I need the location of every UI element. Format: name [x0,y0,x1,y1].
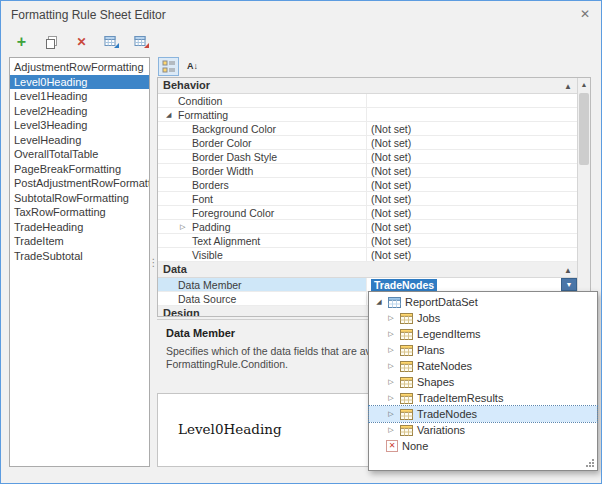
tree-node[interactable]: ▷ Jobs [369,310,597,326]
expander-icon[interactable]: ▷ [386,410,396,418]
rule-list-item[interactable]: TradeHeading [10,220,149,235]
property-row[interactable]: Borders (Not set) [158,178,577,192]
property-label: Padding [192,221,231,233]
property-value-cell[interactable]: (Not set) [367,234,577,247]
tree-node[interactable]: ▷ Shapes [369,374,597,390]
property-value: (Not set) [371,193,411,205]
data-member-editor[interactable]: TradeNodes ▼ [367,278,577,291]
tree-node[interactable]: ▷ RateNodes [369,358,597,374]
property-label: Formatting [178,109,228,121]
expander-icon[interactable]: ▷ [386,330,396,338]
data-member-dropdown-button[interactable]: ▼ [561,278,577,291]
rule-list-item[interactable]: PageBreakFormatting [10,162,149,177]
property-value-cell[interactable]: (Not set) [367,164,577,177]
property-value: (Not set) [371,151,411,163]
table-icon [400,329,413,340]
property-label: Borders [192,179,229,191]
delete-rule-button[interactable]: ✕ [73,34,90,51]
category-data[interactable]: Data ▲ [158,262,577,278]
scroll-thumb[interactable] [579,93,589,165]
property-label-cell: Font [158,192,367,205]
property-value-cell[interactable]: (Not set) [367,206,577,219]
property-value-cell[interactable] [367,108,577,121]
property-value: (Not set) [371,249,411,261]
scroll-up-icon[interactable]: ▲ [578,78,590,91]
rule-list-item[interactable]: AdjustmentRowFormatting [10,60,149,75]
rule-list-item[interactable]: LevelHeading [10,133,149,148]
import-rules-button[interactable] [133,34,150,51]
tree-node[interactable]: ▷ LegendItems [369,326,597,342]
property-row[interactable]: Font (Not set) [158,192,577,206]
property-value-cell[interactable]: (Not set) [367,136,577,149]
rule-list-item[interactable]: TradeSubtotal [10,249,149,264]
property-row[interactable]: Foreground Color (Not set) [158,206,577,220]
tree-node[interactable]: ▷ TradeItemResults [369,390,597,406]
property-row[interactable]: ◢ Formatting [158,108,577,122]
property-value-cell[interactable]: (Not set) [367,192,577,205]
property-row[interactable]: Condition [158,94,577,108]
table-icon [400,377,413,388]
data-member-row[interactable]: Data Member TradeNodes ▼ [158,278,577,292]
rule-list-item[interactable]: PostAdjustmentRowFormatting [10,176,149,191]
property-value-cell[interactable] [367,94,577,107]
collapse-category-icon[interactable]: ▲ [564,79,572,94]
categorized-view-button[interactable] [158,57,179,76]
rules-toolbar: + ✕ [13,31,150,53]
rule-list-item[interactable]: TaxRowFormatting [10,205,149,220]
expander-icon[interactable]: ▷ [386,378,396,386]
close-button[interactable]: ✕ [580,7,590,21]
property-row[interactable]: Border Dash Style (Not set) [158,150,577,164]
property-label: Condition [178,95,222,107]
rule-list-item[interactable]: SubtotalRowFormatting [10,191,149,206]
tree-node[interactable]: ▷ TradeNodes [369,406,597,422]
grid-scrollbar[interactable]: ▲ ▼ [577,78,590,316]
property-value-cell[interactable]: (Not set) [367,178,577,191]
property-label-cell: Border Dash Style [158,150,367,163]
rule-list-item[interactable]: TradeItem [10,234,149,249]
export-rules-button[interactable] [103,34,120,51]
expander-icon[interactable]: ▷ [386,346,396,354]
property-label-cell: ◢ Formatting [158,108,367,121]
property-row[interactable]: Visible (Not set) [158,248,577,262]
expander-icon[interactable]: ◢ [374,298,384,306]
rule-list-item[interactable]: OverallTotalTable [10,147,149,162]
add-rule-button[interactable]: + [13,34,30,51]
expander-icon[interactable]: ▷ [386,426,396,434]
expander-icon[interactable]: ◢ [166,111,178,119]
property-value-cell[interactable]: (Not set) [367,220,577,233]
tree-node-label: TradeItemResults [417,392,503,404]
category-label: Data [163,263,187,275]
property-row[interactable]: ▷ Padding (Not set) [158,220,577,234]
rule-list-item[interactable]: Level0Heading [10,75,149,90]
category-behavior[interactable]: Behavior ▲ [158,78,577,94]
tree-node[interactable]: ▷ Plans [369,342,597,358]
property-value-cell[interactable]: (Not set) [367,150,577,163]
expander-icon[interactable]: ▷ [386,394,396,402]
table-icon [400,409,413,420]
tree-node[interactable]: ▷ Variations [369,422,597,438]
expander-icon[interactable]: ▷ [386,362,396,370]
panel-splitter[interactable]: ⋮ [150,57,157,467]
collapse-category-icon[interactable]: ▲ [564,263,572,278]
property-row[interactable]: Border Width (Not set) [158,164,577,178]
alphabetical-sort-button[interactable]: A↓ [182,57,203,76]
tree-node-label: ReportDataSet [405,296,478,308]
tree-node-root[interactable]: ◢ ReportDataSet [369,294,597,310]
rule-list-item[interactable]: Level3Heading [10,118,149,133]
expander-icon[interactable]: ▷ [386,314,396,322]
property-row[interactable]: Background Color (Not set) [158,122,577,136]
property-label-cell: ▷ Padding [158,220,367,233]
tree-node-none[interactable]: ✕ None [369,438,597,454]
expander-icon[interactable]: ▷ [180,223,192,231]
property-value-cell[interactable]: (Not set) [367,248,577,261]
copy-rule-button[interactable] [43,34,60,51]
property-value-cell[interactable]: (Not set) [367,122,577,135]
data-member-value[interactable]: TradeNodes [371,279,437,291]
rule-list-item[interactable]: Level1Heading [10,89,149,104]
property-row[interactable]: Border Color (Not set) [158,136,577,150]
property-row[interactable]: Text Alignment (Not set) [158,234,577,248]
rule-list-item[interactable]: Level2Heading [10,104,149,119]
resize-grip-icon[interactable] [584,457,595,468]
property-label-cell: Text Alignment [158,234,367,247]
tree-node-label: Variations [417,424,465,436]
